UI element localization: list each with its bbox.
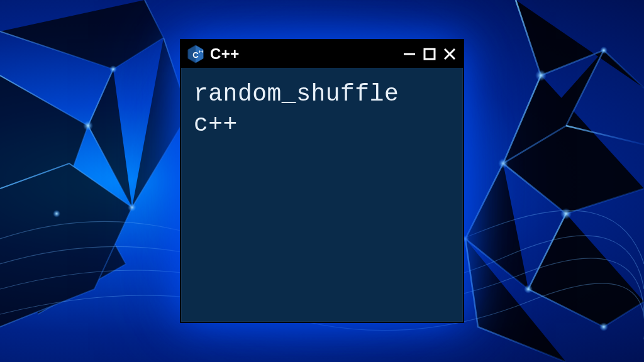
svg-point-0	[83, 121, 93, 131]
svg-point-3	[53, 210, 60, 217]
code-line-1: random_shuffle	[194, 79, 450, 109]
cpp-icon: C + +	[186, 45, 205, 63]
svg-point-1	[128, 203, 136, 212]
svg-point-8	[600, 47, 608, 54]
code-line-2: c++	[194, 109, 450, 140]
svg-point-10	[599, 322, 608, 331]
svg-point-4	[535, 70, 547, 81]
window-controls	[402, 47, 457, 61]
window-title: C++	[210, 45, 397, 63]
titlebar[interactable]: C + + C++	[181, 40, 463, 68]
svg-point-2	[109, 65, 117, 73]
svg-point-7	[524, 285, 533, 293]
app-window: C + + C++ random_shuffle c++	[180, 39, 464, 323]
minimize-button[interactable]	[402, 47, 416, 61]
svg-point-5	[498, 158, 508, 168]
maximize-button[interactable]	[423, 47, 436, 61]
terminal-content: random_shuffle c++	[181, 68, 463, 322]
svg-rect-17	[425, 49, 435, 59]
close-button[interactable]	[443, 47, 457, 61]
svg-point-6	[560, 208, 572, 219]
svg-text:+: +	[201, 50, 203, 54]
